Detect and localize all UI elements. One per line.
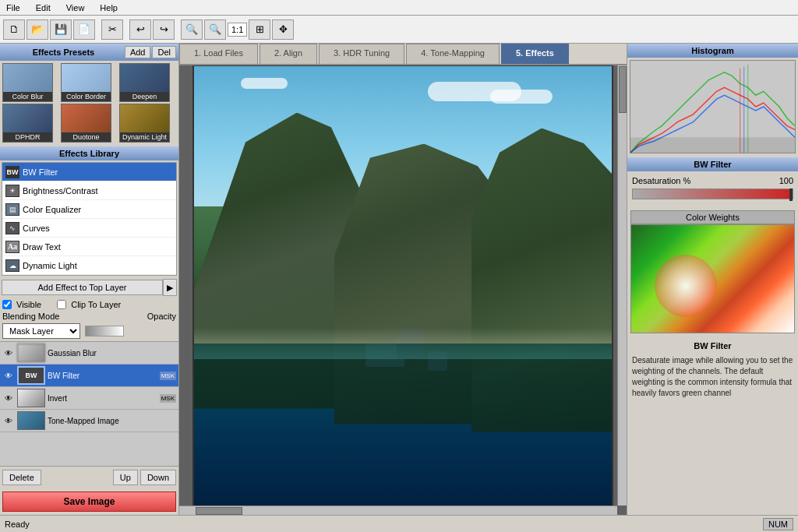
desat-handle[interactable] xyxy=(789,188,793,201)
status-num: NUM xyxy=(763,518,793,530)
status-ready: Ready xyxy=(5,520,30,529)
opacity-bar[interactable] xyxy=(85,326,124,336)
layer-item-invert[interactable]: 👁 Invert MSK xyxy=(0,387,178,410)
preset-label-deepen: Deepen xyxy=(120,92,169,101)
library-item-coloreq[interactable]: ▤ Color Equalizer xyxy=(2,200,176,219)
layer-name-tonemapped: Tone-Mapped Image xyxy=(48,417,176,425)
tab-load-files[interactable]: 1. Load Files xyxy=(179,44,258,64)
layer-eye-tonemapped[interactable]: 👁 xyxy=(2,414,15,427)
layer-msk-bwfilter: MSK xyxy=(160,372,176,380)
new-button[interactable]: 🗋 xyxy=(3,19,25,40)
preset-duotone[interactable]: Duotone xyxy=(61,104,111,143)
library-item-bwfilter[interactable]: BW BW Filter xyxy=(2,163,176,181)
library-item-curves[interactable]: ∿ Curves xyxy=(2,219,176,238)
bright-icon: ☀ xyxy=(5,185,19,197)
library-item-coloreq-label: Color Equalizer xyxy=(23,205,81,214)
canvas-container[interactable] xyxy=(179,65,627,515)
histogram-chart xyxy=(630,61,795,153)
scroll-thumb-horizontal[interactable] xyxy=(196,507,242,515)
tab-tone-mapping[interactable]: 4. Tone-Mapping xyxy=(406,44,500,64)
add-effect-arrow[interactable]: ▶ xyxy=(163,279,177,296)
canvas-scrollbar-horizontal[interactable] xyxy=(179,506,617,515)
layer-thumb-bwfilter: BW xyxy=(17,366,45,385)
blend-mode-select[interactable]: Mask Layer Normal Multiply Screen Overla… xyxy=(2,323,80,339)
layer-item-tonemapped[interactable]: 👁 Tone-Mapped Image xyxy=(0,410,178,432)
layer-eye-invert[interactable]: 👁 xyxy=(2,392,15,404)
up-layer-button[interactable]: Up xyxy=(113,470,138,485)
zoom-fit-button[interactable]: ⊞ xyxy=(249,19,270,40)
layer-thumb-gaussian xyxy=(17,344,45,362)
zoom-out-button[interactable]: 🔍 xyxy=(181,19,203,40)
layer-item-bwfilter[interactable]: 👁 BW BW Filter MSK xyxy=(0,365,178,387)
desaturation-slider[interactable] xyxy=(632,188,793,199)
preset-label-duotone: Duotone xyxy=(62,132,111,142)
histogram-canvas xyxy=(630,60,796,153)
library-item-drawtext[interactable]: Aa Draw Text xyxy=(2,238,176,256)
layer-item-gaussian[interactable]: 👁 Gaussian Blur xyxy=(0,342,178,365)
zoom-in-button[interactable]: 🔍 xyxy=(204,19,226,40)
layer-eye-gaussian[interactable]: 👁 xyxy=(2,347,15,359)
clip-checkbox[interactable] xyxy=(57,300,66,309)
add-preset-button[interactable]: Add xyxy=(125,46,151,58)
del-preset-button[interactable]: Del xyxy=(152,46,176,58)
add-effect-row: Add Effect to Top Layer ▶ xyxy=(2,279,177,296)
hand-tool-button[interactable]: ✥ xyxy=(272,19,294,40)
cut-button[interactable]: ✂ xyxy=(101,19,123,40)
dynlight-icon: ☁ xyxy=(5,259,19,272)
text-icon: Aa xyxy=(5,241,19,253)
opacity-label: Opacity xyxy=(147,312,176,321)
toolbar: 🗋 📂 💾 📄 ✂ ↩ ↪ 🔍 🔍 1:1 ⊞ ✥ xyxy=(0,16,798,44)
layer-thumb-tonemapped xyxy=(17,411,45,430)
workflow-tabs: 1. Load Files 2. Align 3. HDR Tuning 4. … xyxy=(179,44,627,65)
menu-file[interactable]: File xyxy=(3,2,23,13)
bwfilter-header: BW Filter xyxy=(627,157,798,171)
main-layout: Effects Presets Add Del Color Blur Color… xyxy=(0,44,798,515)
bwfilter-description: Desaturate image while allowing you to s… xyxy=(627,352,798,402)
tab-effects[interactable]: 5. Effects xyxy=(501,44,569,64)
preset-dphdr[interactable]: DPHDR xyxy=(2,104,53,143)
colorweights-canvas[interactable] xyxy=(630,224,795,333)
menu-help[interactable]: Help xyxy=(97,2,121,13)
preset-dynamic-light[interactable]: Dynamic Light xyxy=(119,104,170,143)
scroll-thumb-vertical[interactable] xyxy=(619,66,627,113)
menu-edit[interactable]: Edit xyxy=(33,2,54,13)
library-item-dynamiclight[interactable]: ☁ Dynamic Light xyxy=(2,256,176,275)
tab-align[interactable]: 2. Align xyxy=(260,44,317,64)
layers-list: 👁 Gaussian Blur 👁 BW BW Filter MSK 👁 Inv… xyxy=(0,341,178,466)
redo-button[interactable]: ↪ xyxy=(153,19,175,40)
undo-button[interactable]: ↩ xyxy=(129,19,151,40)
visible-label: Visible xyxy=(16,300,41,309)
library-item-brightness[interactable]: ☀ Brightness/Contrast xyxy=(2,181,176,200)
library-item-brightness-label: Brightness/Contrast xyxy=(23,186,98,196)
main-canvas xyxy=(192,65,613,515)
library-item-drawtext-label: Draw Text xyxy=(23,242,61,252)
layer-name-bwfilter: BW Filter xyxy=(48,372,157,380)
preset-label-dphdr: DPHDR xyxy=(3,132,52,142)
canvas-scrollbar-vertical[interactable] xyxy=(617,65,627,506)
preset-color-blur[interactable]: Color Blur xyxy=(2,63,53,102)
blend-controls: Visible Clip To Layer Blending Mode Opac… xyxy=(0,298,178,341)
delete-layer-button[interactable]: Delete xyxy=(2,470,41,485)
visible-checkbox[interactable] xyxy=(2,300,12,309)
preset-deepen[interactable]: Deepen xyxy=(119,63,170,102)
bwfilter-controls: Desaturation % 100 xyxy=(627,171,798,209)
colorweights-title: Color Weights xyxy=(630,210,795,224)
layer-eye-bwfilter[interactable]: 👁 xyxy=(2,369,15,382)
save-image-button[interactable]: Save Image xyxy=(2,491,176,512)
library-item-bwfilter-label: BW Filter xyxy=(23,167,58,177)
effects-library-list: BW BW Filter ☀ Brightness/Contrast ▤ Col… xyxy=(2,162,177,276)
tab-hdr-tuning[interactable]: 3. HDR Tuning xyxy=(319,44,404,64)
save-toolbar-button[interactable]: 💾 xyxy=(50,19,72,40)
preset-color-border[interactable]: Color Border xyxy=(61,63,111,102)
svg-rect-3 xyxy=(630,137,795,153)
down-layer-button[interactable]: Down xyxy=(140,470,176,485)
blending-mode-label: Blending Mode xyxy=(2,312,59,321)
add-effect-button[interactable]: Add Effect to Top Layer xyxy=(2,280,163,295)
layer-buttons: Delete Up Down xyxy=(0,466,178,488)
cloud-2 xyxy=(490,90,553,104)
preset-label-dynamic-light: Dynamic Light xyxy=(120,132,169,142)
saveas-button[interactable]: 📄 xyxy=(73,19,95,40)
open-button[interactable]: 📂 xyxy=(26,19,48,40)
status-bar: Ready NUM xyxy=(0,515,798,532)
menu-view[interactable]: View xyxy=(63,2,88,13)
